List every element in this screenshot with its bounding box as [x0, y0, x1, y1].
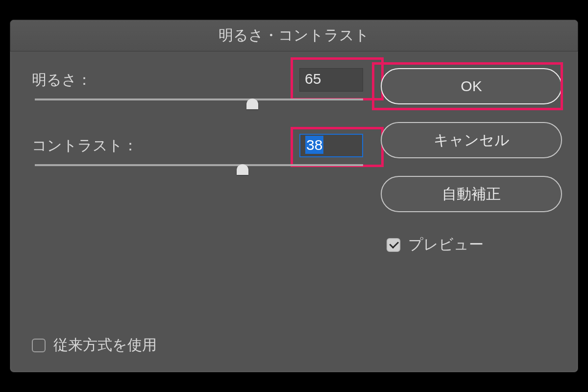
dialog-title: 明るさ・コントラスト: [10, 20, 578, 51]
auto-button[interactable]: 自動補正: [381, 176, 562, 212]
legacy-label: 従来方式を使用: [53, 335, 157, 355]
contrast-value-text: 38: [305, 136, 323, 154]
buttons-column: OK キャンセル 自動補正 プレビュー: [381, 68, 562, 359]
contrast-slider-thumb[interactable]: [237, 164, 248, 175]
brightness-value-text: 65: [305, 71, 321, 87]
contrast-input[interactable]: 38: [299, 134, 363, 157]
legacy-row: 従来方式を使用: [32, 335, 366, 359]
brightness-input[interactable]: 65: [299, 68, 363, 92]
preview-label: プレビュー: [408, 235, 484, 255]
contrast-block: コントラスト： 38: [32, 134, 366, 175]
preview-checkbox[interactable]: [387, 238, 400, 252]
parameters-column: 明るさ： 65 コントラスト：: [32, 68, 381, 359]
cancel-button[interactable]: キャンセル: [381, 122, 562, 158]
auto-button-label: 自動補正: [442, 184, 501, 204]
brightness-slider[interactable]: [32, 97, 366, 109]
brightness-contrast-dialog: 明るさ・コントラスト 明るさ： 65: [10, 20, 578, 372]
legacy-checkbox[interactable]: [32, 339, 46, 352]
ok-button[interactable]: OK: [381, 68, 562, 104]
brightness-label: 明るさ：: [32, 70, 92, 90]
ok-button-label: OK: [461, 78, 482, 95]
cancel-button-label: キャンセル: [434, 130, 510, 150]
contrast-slider[interactable]: [32, 162, 366, 175]
dialog-body: 明るさ： 65 コントラスト：: [10, 51, 578, 372]
contrast-label: コントラスト：: [32, 136, 138, 156]
dialog-title-text: 明るさ・コントラスト: [219, 25, 369, 46]
preview-row: プレビュー: [381, 235, 562, 255]
brightness-slider-thumb[interactable]: [246, 98, 258, 109]
brightness-block: 明るさ： 65: [32, 68, 366, 109]
